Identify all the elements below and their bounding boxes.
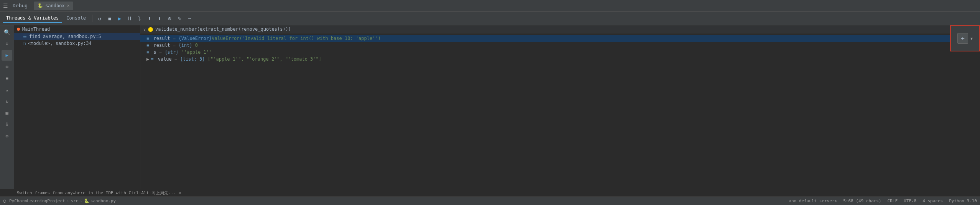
- var-separator-2: =: [156, 50, 165, 55]
- cursor-position: 5:68 (49 chars): [843, 198, 881, 203]
- var-type-1: {int}: [179, 43, 195, 48]
- tab-threads-variables[interactable]: Threads & Variables: [3, 14, 62, 23]
- activity-bar: 🔍 ⊕ ▶ ⚙ ≡ ☁ ↻ ▦ ℹ ⚙: [0, 25, 14, 189]
- var-name-2: s: [151, 50, 156, 55]
- hint-bar: Switch frames from anywhere in the IDE w…: [0, 189, 980, 197]
- frame-module-icon: □: [23, 41, 26, 46]
- status-right: <no default server> 5:68 (49 chars) CRLF…: [789, 198, 977, 203]
- toolbar-separator: [92, 15, 92, 22]
- refresh-activity-btn[interactable]: ↻: [2, 96, 12, 107]
- var-row-value[interactable]: ▶ ≡ value = {list; 3} ["'apple 1'", "'or…: [140, 56, 980, 63]
- code-panel: ∨ ⬤ validate_number(extract_number(remov…: [140, 25, 980, 189]
- collapse-arrow[interactable]: ∨: [143, 27, 146, 31]
- status-bar: PyCharmLearningProject › src › 🐍 sandbox…: [0, 197, 980, 205]
- call-expression: validate_number(extract_number(remove_qu…: [155, 26, 291, 32]
- indent-setting: 4 spaces: [922, 198, 943, 203]
- more-button[interactable]: ⋯: [185, 14, 194, 23]
- var-value-2: "'apple 1'": [181, 50, 212, 55]
- step-over-button[interactable]: ⤵: [135, 14, 144, 23]
- var-type-2: {str}: [164, 50, 181, 55]
- rerun-button[interactable]: ↺: [95, 14, 104, 23]
- var-icon-3: ≡: [151, 56, 153, 62]
- no-default-server: <no default server>: [789, 198, 837, 203]
- var-row-result-error[interactable]: ≡ result = {ValueError} ValueError("Inva…: [140, 35, 980, 42]
- expand-arrow-3[interactable]: ▶: [146, 56, 149, 62]
- threads-panel: MainThread ☰ find_average, sandbox.py:5 …: [14, 25, 140, 189]
- frame-activity-btn[interactable]: ▦: [2, 107, 12, 118]
- tab-console[interactable]: Console: [63, 14, 89, 23]
- mute-button[interactable]: ⊘: [165, 14, 174, 23]
- breadcrumb: PyCharmLearningProject › src › 🐍 sandbox…: [9, 198, 116, 203]
- status-circle: [3, 200, 6, 203]
- var-row-s[interactable]: ≡ s = {str} "'apple 1'": [140, 49, 980, 56]
- tab-name: sandbox: [45, 3, 65, 8]
- frame-item-0[interactable]: ☰ find_average, sandbox.py:5: [14, 33, 140, 40]
- breadcrumb-file: 🐍 sandbox.py: [84, 198, 116, 203]
- thread-status-dot: [17, 28, 20, 31]
- frame-label-0: find_average, sandbox.py:5: [29, 34, 101, 39]
- python-version: Python 3.10: [949, 198, 977, 203]
- breakpoint-icon: ⬤: [148, 26, 153, 32]
- debug-toolbar: Threads & Variables Console ↺ ◼ ▶ ⏸ ⤵ ⬇ …: [0, 12, 980, 25]
- file-python-icon: 🐍: [84, 198, 89, 203]
- breadcrumb-project: PyCharmLearningProject: [9, 198, 65, 203]
- debug-label: Debug: [13, 3, 28, 8]
- status-left: PyCharmLearningProject › src › 🐍 sandbox…: [3, 198, 116, 203]
- hint-text: Switch frames from anywhere in the IDE w…: [17, 190, 181, 196]
- dropdown-arrow[interactable]: ▼: [970, 36, 973, 41]
- info-activity-btn[interactable]: ℹ: [2, 119, 12, 130]
- tab-close-button[interactable]: ✕: [67, 3, 70, 8]
- var-type-3: {list; 3}: [180, 56, 208, 62]
- breadcrumb-src: src: [71, 198, 78, 203]
- layers-activity-btn[interactable]: ≡: [2, 73, 12, 84]
- main-thread-item[interactable]: MainThread: [14, 25, 140, 33]
- call-header: ∨ ⬤ validate_number(extract_number(remov…: [140, 25, 980, 33]
- tab-python-icon: 🐍: [38, 3, 43, 8]
- frame-file-icon: ☰: [23, 34, 27, 39]
- line-ending: CRLF: [888, 198, 898, 203]
- var-separator-1: =: [170, 43, 179, 48]
- vcs-activity-btn[interactable]: ⊕: [2, 38, 12, 49]
- config-activity-btn[interactable]: ⚙: [2, 131, 12, 141]
- edit-button[interactable]: ✎: [175, 14, 184, 23]
- var-value-3: ["'apple 1'", "'orange 2'", "'tomato 3'"…: [208, 56, 321, 62]
- var-name-1: result: [151, 43, 170, 48]
- var-row-result-int[interactable]: ≡ result = {int} 0: [140, 42, 980, 49]
- add-watch-button[interactable]: +: [957, 33, 968, 44]
- cog-activity-btn[interactable]: ⚙: [2, 61, 12, 72]
- top-right-action-area: + ▼: [950, 25, 980, 51]
- step-into-button[interactable]: ⬇: [145, 14, 154, 23]
- variables-area: ≡ result = {ValueError} ValueError("Inva…: [140, 33, 980, 189]
- var-separator-3: =: [172, 56, 180, 62]
- var-separator-0: =: [170, 36, 179, 41]
- frame-label-1: <module>, sandbox.py:34: [28, 41, 92, 46]
- step-out-button[interactable]: ⬆: [155, 14, 164, 23]
- cloud-activity-btn[interactable]: ☁: [2, 84, 12, 95]
- pause-button[interactable]: ⏸: [125, 14, 134, 23]
- var-icon-1: ≡: [146, 43, 149, 48]
- search-activity-btn[interactable]: 🔍: [2, 27, 12, 38]
- var-value-0: ValueError("Invalid literal for int() wi…: [212, 36, 381, 41]
- encoding: UTF-8: [904, 198, 916, 203]
- thread-name-label: MainThread: [22, 26, 50, 32]
- menu-icon[interactable]: ☰: [3, 3, 8, 9]
- var-type-0: {ValueError}: [179, 36, 212, 41]
- var-icon-2: ≡: [146, 50, 149, 55]
- var-value-1: 0: [195, 43, 198, 48]
- breadcrumb-filename: sandbox.py: [90, 198, 116, 203]
- stop-button[interactable]: ◼: [105, 14, 114, 23]
- var-icon-0: ≡: [146, 36, 149, 41]
- frame-item-1[interactable]: □ <module>, sandbox.py:34: [14, 40, 140, 47]
- breadcrumb-sep-1: ›: [67, 198, 69, 203]
- plus-icon: +: [961, 35, 965, 42]
- run-activity-btn[interactable]: ▶: [2, 50, 12, 61]
- resume-button[interactable]: ▶: [115, 14, 124, 23]
- breadcrumb-sep-2: ›: [80, 198, 82, 203]
- title-bar: ☰ Debug 🐍 sandbox ✕: [0, 0, 980, 12]
- var-name-0: result: [151, 36, 170, 41]
- editor-tab[interactable]: 🐍 sandbox ✕: [34, 2, 73, 10]
- var-name-3: value: [155, 56, 171, 62]
